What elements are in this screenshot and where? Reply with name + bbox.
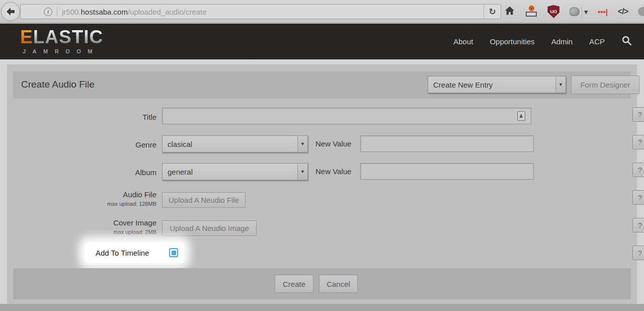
genre-new-value-label: New Value: [315, 139, 351, 148]
site-logo[interactable]: ELASTIC JAMROOM: [20, 28, 103, 54]
cutoff-icon: [638, 7, 644, 16]
url-domain: hostsaba.com: [81, 8, 128, 16]
album-new-value-label: New Value: [315, 167, 351, 176]
cancel-button[interactable]: Cancel: [319, 275, 358, 293]
timeline-highlight: Add To Timeline: [85, 242, 184, 263]
entry-type-select[interactable]: Create New Entry ▼: [428, 76, 566, 93]
upload-image-button[interactable]: Upload A Neudio Image: [162, 220, 257, 236]
back-button[interactable]: [1, 2, 20, 21]
audio-file-hint: max upload: 128MB: [0, 201, 156, 207]
checkbox-mark: [172, 251, 176, 255]
url-prefix: jr500.: [62, 8, 81, 16]
genre-select[interactable]: clasical ▼: [162, 135, 308, 152]
nav-item-opportunities[interactable]: Opportunities: [490, 37, 534, 46]
extension-icon[interactable]: [570, 7, 580, 16]
title-label: Title: [0, 113, 156, 121]
genre-label: Genre: [0, 140, 156, 149]
home-icon[interactable]: [504, 5, 515, 18]
url-text[interactable]: jr500.hostsaba.com/uploaded_audio/create: [62, 8, 207, 16]
timeline-label: Add To Timeline: [96, 249, 149, 257]
back-arrow-icon: [6, 7, 16, 17]
album-arrow-icon[interactable]: ▼: [297, 164, 307, 180]
devtools-code-icon[interactable]: </>: [618, 7, 628, 16]
reload-icon[interactable]: ↻: [484, 5, 501, 19]
ublock-shield-icon[interactable]: UO: [547, 5, 559, 18]
site-header: ELASTIC JAMROOM About Opportunities Admi…: [0, 24, 644, 59]
album-new-value-input[interactable]: [360, 163, 534, 180]
genre-value: clasical: [163, 140, 297, 148]
help-button-genre[interactable]: ?: [632, 135, 644, 149]
audio-file-label: Audio File: [0, 190, 156, 199]
help-button-timeline[interactable]: ?: [632, 246, 644, 260]
help-button-audio[interactable]: ?: [632, 190, 644, 205]
genre-arrow-icon[interactable]: ▼: [297, 136, 307, 152]
logo-rest: LASTIC: [33, 27, 104, 47]
title-input[interactable]: [162, 108, 531, 124]
entry-type-value: Create New Entry: [428, 81, 555, 89]
help-button-title[interactable]: ?: [632, 107, 644, 122]
form-designer-button[interactable]: Form Designer: [571, 75, 639, 94]
timeline-checkbox[interactable]: [169, 248, 178, 257]
genre-new-value-input[interactable]: [360, 135, 534, 152]
help-button-album[interactable]: ?: [632, 163, 644, 177]
entry-type-arrow-icon[interactable]: ▼: [555, 76, 566, 93]
site-info-icon[interactable]: i: [44, 8, 52, 16]
logo-subtext: JAMROOM: [23, 48, 103, 54]
autofill-badge-icon: ♟: [517, 111, 525, 121]
url-path: /uploaded_audio/create: [128, 8, 207, 16]
search-icon[interactable]: [621, 35, 632, 48]
page-title: Create Audio File: [21, 79, 95, 90]
extension-menu[interactable]: ▾: [570, 6, 588, 17]
url-bar[interactable]: i jr500.hostsaba.com/uploaded_audio/crea…: [20, 4, 501, 19]
cover-image-label: Cover Image: [0, 218, 156, 227]
album-value: general: [163, 168, 297, 176]
nav-item-about[interactable]: About: [453, 37, 473, 46]
screenshot-badge-icon[interactable]: [525, 6, 537, 18]
help-button-cover[interactable]: ?: [632, 218, 644, 232]
url-separator: [57, 7, 57, 16]
album-select[interactable]: general ▼: [162, 163, 308, 180]
ellipsis-extension-icon[interactable]: •••|: [598, 8, 608, 16]
main-nav: About Opportunities Admin ACP: [453, 24, 632, 59]
chevron-down-icon[interactable]: ▾: [584, 8, 588, 16]
nav-item-acp[interactable]: ACP: [589, 37, 605, 46]
logo-letter-e: E: [20, 27, 33, 47]
create-button[interactable]: Create: [275, 275, 313, 293]
album-label: Album: [0, 168, 156, 177]
bottom-strip: [0, 304, 644, 311]
upload-audio-button[interactable]: Upload A Neudio File: [162, 192, 246, 208]
cover-image-hint: max upload: 2MB: [0, 229, 156, 235]
logo-text: ELASTIC: [20, 28, 103, 46]
nav-item-admin[interactable]: Admin: [551, 37, 573, 46]
browser-toolbar: i jr500.hostsaba.com/uploaded_audio/crea…: [0, 0, 644, 23]
